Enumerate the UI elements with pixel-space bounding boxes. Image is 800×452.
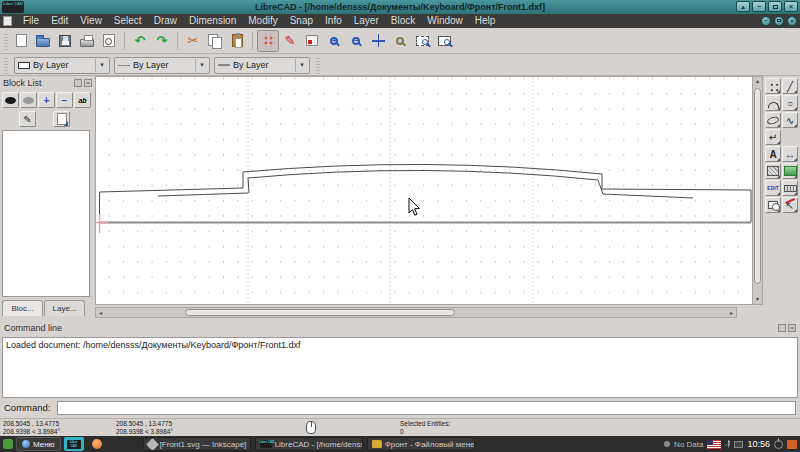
color-combobox[interactable]: By Layer ▾ bbox=[14, 57, 110, 74]
menu-snap[interactable]: Snap bbox=[284, 14, 319, 28]
select-tool-button[interactable]: ↖ bbox=[782, 197, 798, 213]
toolbar-handle[interactable] bbox=[4, 32, 8, 50]
chevron-down-icon[interactable]: ▾ bbox=[95, 59, 108, 72]
print-preview-button[interactable] bbox=[98, 30, 120, 52]
dock-float-button[interactable] bbox=[778, 324, 786, 332]
block-insert-button[interactable] bbox=[53, 111, 70, 127]
zoom-previous-button[interactable] bbox=[389, 30, 411, 52]
chevron-down-icon[interactable]: ▾ bbox=[295, 59, 308, 72]
block-tool-button[interactable] bbox=[765, 197, 781, 213]
zoom-in-button[interactable]: + bbox=[323, 30, 345, 52]
spline-tool-button[interactable]: ∿ bbox=[782, 112, 798, 128]
block-edit-button[interactable]: ✎ bbox=[19, 111, 36, 127]
command-input[interactable] bbox=[57, 401, 796, 415]
scroll-left-icon[interactable]: ◂ bbox=[96, 309, 105, 318]
image-tool-button[interactable] bbox=[782, 163, 798, 179]
undo-button[interactable]: ↶ bbox=[129, 30, 151, 52]
auto-zoom-button[interactable] bbox=[367, 30, 389, 52]
new-button[interactable] bbox=[10, 30, 32, 52]
menu-draw[interactable]: Draw bbox=[148, 14, 183, 28]
horizontal-scrollbar[interactable]: ◂ ▸ bbox=[95, 307, 737, 318]
scroll-right-icon[interactable]: ▸ bbox=[727, 309, 736, 318]
block-add-button[interactable]: + bbox=[38, 92, 55, 108]
us-flag-icon[interactable] bbox=[707, 440, 721, 449]
arc-tool-button[interactable] bbox=[765, 95, 781, 111]
redo-button[interactable]: ↷ bbox=[151, 30, 173, 52]
cut-button[interactable]: ✂ bbox=[182, 30, 204, 52]
vertical-scroll-thumb[interactable] bbox=[754, 88, 761, 284]
points-tool-button[interactable] bbox=[765, 78, 781, 94]
horizontal-scroll-thumb[interactable] bbox=[185, 309, 455, 316]
menu-modify[interactable]: Modify bbox=[242, 14, 283, 28]
menu-select[interactable]: Select bbox=[108, 14, 148, 28]
status-dot-icon[interactable] bbox=[664, 441, 670, 447]
block-show-button[interactable] bbox=[2, 92, 19, 108]
power-icon[interactable] bbox=[774, 440, 783, 449]
scroll-down-icon[interactable]: ▾ bbox=[753, 295, 762, 304]
taskbar-window-librecad[interactable]: Libre CAD LibreCAD - [/home/densss/... bbox=[255, 437, 363, 451]
ellipse-tool-button[interactable] bbox=[765, 112, 781, 128]
mdi-restore-button[interactable] bbox=[774, 16, 784, 26]
zoom-out-button[interactable]: − bbox=[345, 30, 367, 52]
tab-block-list[interactable]: Bloc... bbox=[2, 300, 43, 316]
taskbar-window-inkscape[interactable]: [Front1.svg — Inkscape] bbox=[143, 437, 251, 451]
text-tool-button[interactable]: A bbox=[765, 146, 781, 162]
open-button[interactable] bbox=[32, 30, 54, 52]
print-button[interactable] bbox=[76, 30, 98, 52]
restore-button[interactable] bbox=[768, 1, 782, 12]
polyline-tool-button[interactable]: ↵ bbox=[765, 129, 781, 145]
menu-help[interactable]: Help bbox=[469, 14, 502, 28]
width-combobox[interactable]: By Layer ▾ bbox=[114, 57, 210, 74]
line-tool-button[interactable]: ╱ bbox=[782, 78, 798, 94]
dock-float-button[interactable] bbox=[74, 79, 82, 87]
close-button[interactable]: × bbox=[784, 1, 798, 12]
paste-button[interactable] bbox=[226, 30, 248, 52]
menu-block[interactable]: Block bbox=[385, 14, 421, 28]
mdi-close-button[interactable]: × bbox=[787, 16, 797, 26]
taskbar-window-filemanager[interactable]: Фронт - Файловый менед... bbox=[367, 437, 475, 451]
dimension-tool-button[interactable]: ↔ bbox=[782, 146, 798, 162]
linetype-combobox[interactable]: By Layer ▾ bbox=[214, 57, 310, 74]
minimize-button[interactable]: − bbox=[752, 1, 766, 12]
menu-button[interactable]: Меню bbox=[16, 437, 61, 451]
redraw-button[interactable] bbox=[301, 30, 323, 52]
network-icon[interactable] bbox=[734, 441, 743, 448]
command-history[interactable]: Loaded document: /home/densss/Документы/… bbox=[2, 337, 798, 398]
chevron-down-icon[interactable]: ▾ bbox=[195, 59, 208, 72]
session-icon[interactable] bbox=[787, 440, 797, 449]
toolbar-handle[interactable] bbox=[316, 56, 320, 74]
dock-close-button[interactable]: × bbox=[788, 324, 796, 332]
vertical-scrollbar[interactable]: ▴ ▾ bbox=[752, 76, 763, 305]
copy-button[interactable] bbox=[204, 30, 226, 52]
tab-layer-list[interactable]: Laye... bbox=[44, 300, 85, 316]
save-button[interactable] bbox=[54, 30, 76, 52]
pen-toolbar-handle[interactable] bbox=[4, 56, 8, 74]
blender-launcher[interactable] bbox=[87, 437, 107, 451]
menu-file[interactable]: File bbox=[17, 14, 45, 28]
block-remove-button[interactable]: − bbox=[56, 92, 73, 108]
menu-layer[interactable]: Layer bbox=[348, 14, 385, 28]
drawing-canvas[interactable] bbox=[95, 76, 753, 305]
block-hide-button[interactable] bbox=[20, 92, 37, 108]
menu-info[interactable]: Info bbox=[319, 14, 348, 28]
draft-pencil-button[interactable]: ✎ bbox=[279, 30, 301, 52]
block-list[interactable] bbox=[2, 130, 90, 297]
block-attributes-button[interactable]: ab bbox=[74, 92, 91, 108]
mdi-minimize-button[interactable]: − bbox=[761, 16, 771, 26]
librecad-launcher[interactable]: Libre CAD bbox=[64, 437, 84, 451]
dock-close-button[interactable]: × bbox=[84, 79, 92, 87]
shade-button[interactable]: ▴ bbox=[736, 1, 750, 12]
workspace-icon[interactable] bbox=[3, 439, 13, 449]
circle-tool-button[interactable]: ○ bbox=[782, 95, 798, 111]
hatch-tool-button[interactable] bbox=[765, 163, 781, 179]
bluetooth-icon[interactable] bbox=[725, 440, 730, 449]
zoom-pan-button[interactable] bbox=[433, 30, 455, 52]
menu-view[interactable]: View bbox=[74, 14, 108, 28]
scroll-up-icon[interactable]: ▴ bbox=[753, 77, 762, 86]
menu-dimension[interactable]: Dimension bbox=[183, 14, 242, 28]
edit-tool-button[interactable]: EDIT bbox=[765, 180, 781, 196]
zoom-window-button[interactable] bbox=[411, 30, 433, 52]
clock[interactable]: 10:56 bbox=[747, 439, 770, 449]
measure-tool-button[interactable] bbox=[782, 180, 798, 196]
menu-window[interactable]: Window bbox=[421, 14, 469, 28]
